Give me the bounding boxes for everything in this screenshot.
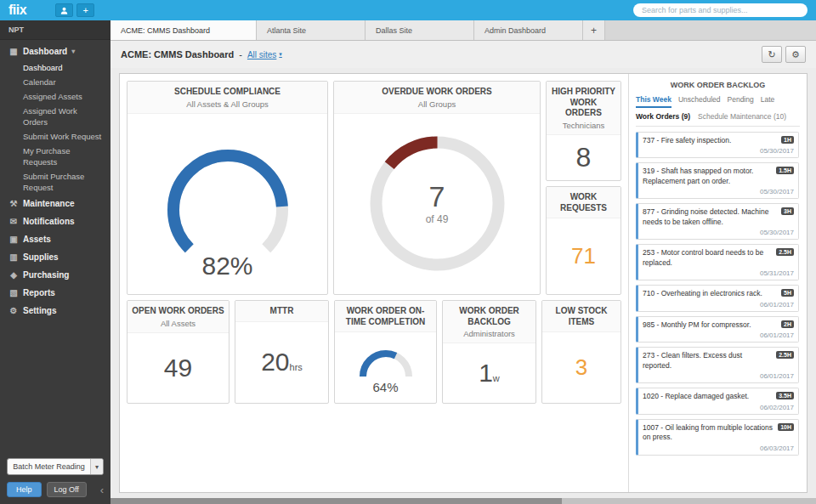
widget-work-order-backlog[interactable]: WORK ORDER BACKLOG Administrators 1w	[442, 300, 536, 404]
sidebar-item-purchasing[interactable]: ◈ Purchasing	[0, 266, 110, 284]
content-column: ACME: CMMS Dashboard Atlanta Site Dallas…	[110, 20, 816, 504]
gauge-chart	[143, 140, 313, 268]
tab-acme-cmms-dashboard[interactable]: ACME: CMMS Dashboard	[110, 20, 257, 40]
sidebar-subitem-assigned-assets[interactable]: Assigned Assets	[0, 89, 110, 104]
sidebar-subitem-submit-purchase-request[interactable]: Submit Purchase Request	[0, 169, 110, 195]
sidebar-subitem-assigned-work-orders[interactable]: Assigned Work Orders	[0, 104, 110, 129]
work-order-date: 05/30/2017	[643, 229, 794, 236]
work-order-text: 737 - Fire safety inspection.	[643, 136, 778, 145]
search-input[interactable]	[633, 3, 808, 17]
sidebar-subitem-dashboard[interactable]: Dashboard	[0, 60, 110, 75]
small-gauge-chart	[352, 342, 420, 382]
backlog-tab-pending[interactable]: Pending	[728, 95, 754, 108]
work-requests-value: 71	[571, 243, 596, 269]
backlog-tab-this-week[interactable]: This Week	[636, 95, 672, 108]
sidebar-item-label: Dashboard	[23, 47, 67, 56]
widget-body: 7 of 49	[334, 114, 540, 295]
widget-mttr[interactable]: MTTR 20hrs	[235, 300, 329, 404]
help-button[interactable]: Help	[7, 482, 42, 497]
page-title: ACME: CMMS Dashboard	[121, 49, 234, 59]
widget-overdue-work-orders[interactable]: OVERDUE WORK ORDERS All Groups 7	[333, 81, 541, 295]
all-sites-dropdown[interactable]: All sites ▾	[247, 50, 282, 59]
sidebar-item-supplies[interactable]: ▥ Supplies	[0, 248, 110, 266]
backlog-tab-unscheduled[interactable]: Unscheduled	[678, 95, 721, 108]
sidebar-item-reports[interactable]: ▧ Reports	[0, 284, 110, 302]
widget-title: OPEN WORK ORDERS	[132, 306, 224, 317]
title-separator: -	[239, 49, 242, 59]
backlog-tab-late[interactable]: Late	[761, 95, 775, 108]
user-menu-button[interactable]	[55, 3, 73, 17]
tab-atlanta-site[interactable]: Atlanta Site	[257, 20, 366, 40]
estimated-hours-badge: 2H	[781, 320, 794, 328]
add-new-button[interactable]: +	[76, 3, 94, 17]
widget-low-stock-items[interactable]: LOW STOCK ITEMS 3	[541, 300, 621, 404]
backlog-unit: w	[493, 373, 500, 383]
sidebar-subitem-submit-work-request[interactable]: Submit Work Request	[0, 129, 110, 144]
chevron-down-icon: ▾	[71, 48, 75, 55]
work-order-item[interactable]: 1007 - Oil leaking from multiple locatio…	[636, 419, 799, 456]
widget-title: SCHEDULE COMPLIANCE	[132, 87, 323, 98]
sidebar-item-dashboard[interactable]: ▦ Dashboard ▾	[0, 42, 110, 60]
logoff-button[interactable]: Log Off	[47, 482, 87, 497]
work-order-list[interactable]: 737 - Fire safety inspection.1H 05/30/20…	[636, 132, 800, 489]
work-order-text: 1007 - Oil leaking from multiple locatio…	[643, 423, 774, 443]
work-order-item[interactable]: 877 - Grinding noise detected. Machine n…	[636, 203, 799, 240]
estimated-hours-badge: 3H	[781, 207, 794, 215]
sidebar-item-notifications[interactable]: ✉ Notifications	[0, 212, 110, 230]
add-tab-button[interactable]: +	[583, 20, 605, 40]
high-priority-value: 8	[576, 142, 592, 173]
estimated-hours-badge: 3.5H	[776, 392, 794, 399]
low-stock-value: 3	[575, 354, 587, 381]
work-order-date: 06/01/2017	[643, 331, 794, 339]
widget-work-requests[interactable]: WORK REQUESTS 71	[546, 186, 621, 295]
widget-body: 49	[128, 333, 229, 404]
sidebar-item-settings[interactable]: ⚙ Settings	[0, 302, 110, 320]
work-order-item[interactable]: 737 - Fire safety inspection.1H 05/30/20…	[636, 132, 799, 158]
widgets-stack: HIGH PRIORITY WORK ORDERS Technicians 8 …	[546, 81, 621, 295]
chevron-left-icon: ‹	[100, 484, 104, 496]
sidebar-item-label: Supplies	[23, 252, 59, 262]
tab-dallas-site[interactable]: Dallas Site	[366, 20, 474, 40]
widget-title: WORK ORDER ON-TIME COMPLETION	[339, 306, 432, 327]
widget-subtitle: All Assets	[132, 319, 224, 328]
widget-ontime-completion[interactable]: WORK ORDER ON-TIME COMPLETION 64%	[334, 300, 437, 404]
work-order-item[interactable]: 1020 - Replace damaged gasket.3.5H 06/02…	[636, 388, 799, 414]
work-order-text: 253 - Motor control board needs to be re…	[643, 248, 773, 268]
subtab-schedule-maintenance[interactable]: Schedule Maintenance (10)	[698, 112, 786, 121]
all-sites-label: All sites	[247, 50, 276, 59]
widget-high-priority-work-orders[interactable]: HIGH PRIORITY WORK ORDERS Technicians 8	[546, 81, 621, 181]
tab-admin-dashboard[interactable]: Admin Dashboard	[474, 20, 583, 40]
work-order-item[interactable]: 253 - Motor control board needs to be re…	[636, 244, 799, 280]
work-order-item[interactable]: 710 - Overheating in electronics rack.5H…	[636, 285, 799, 311]
widget-schedule-compliance[interactable]: SCHEDULE COMPLIANCE All Assets & All Gro…	[127, 81, 328, 295]
widgets-area: SCHEDULE COMPLIANCE All Assets & All Gro…	[120, 74, 628, 492]
title-bar-actions: ↻ ⚙	[762, 46, 806, 63]
widget-open-work-orders[interactable]: OPEN WORK ORDERS All Assets 49	[127, 300, 230, 404]
ontime-value: 64%	[335, 380, 436, 394]
horizontal-scrollbar[interactable]	[110, 498, 816, 504]
scrollbar-thumb[interactable]	[110, 498, 562, 504]
app-logo[interactable]: fiix	[8, 3, 26, 18]
dashboard-settings-button[interactable]: ⚙	[785, 46, 806, 63]
tab-bar: ACME: CMMS Dashboard Atlanta Site Dallas…	[110, 20, 816, 41]
sidebar-item-maintenance[interactable]: ⚒ Maintenance	[0, 195, 110, 212]
sidebar-item-assets[interactable]: ▣ Assets	[0, 230, 110, 248]
work-order-text: 877 - Grinding noise detected. Machine n…	[643, 207, 778, 227]
widget-body: 1w	[443, 343, 536, 403]
widget-title: LOW STOCK ITEMS	[547, 306, 616, 327]
widgets-row-1: SCHEDULE COMPLIANCE All Assets & All Gro…	[127, 81, 621, 295]
user-icon	[60, 7, 68, 14]
sidebar-subitem-calendar[interactable]: Calendar	[0, 75, 110, 89]
sidebar: NPT ▦ Dashboard ▾ Dashboard Calendar Ass…	[0, 20, 110, 504]
work-order-item[interactable]: 273 - Clean filters. Excess dust reporte…	[636, 347, 799, 383]
work-order-item[interactable]: 319 - Shaft has snapped on motor. Replac…	[636, 162, 799, 199]
subtab-work-orders[interactable]: Work Orders (9)	[636, 112, 690, 121]
org-label: NPT	[0, 20, 110, 40]
refresh-button[interactable]: ↻	[762, 46, 782, 63]
collapse-sidebar-button[interactable]: ‹	[100, 484, 104, 496]
donut-center: 7 of 49	[334, 114, 540, 295]
gauge-value: 82%	[128, 252, 327, 280]
work-order-item[interactable]: 985 - Monthly PM for compressor.2H 06/01…	[636, 316, 799, 343]
sidebar-subitem-my-purchase-requests[interactable]: My Purchase Requests	[0, 144, 110, 169]
batch-meter-reading-button[interactable]: Batch Meter Reading ▾	[7, 458, 104, 475]
